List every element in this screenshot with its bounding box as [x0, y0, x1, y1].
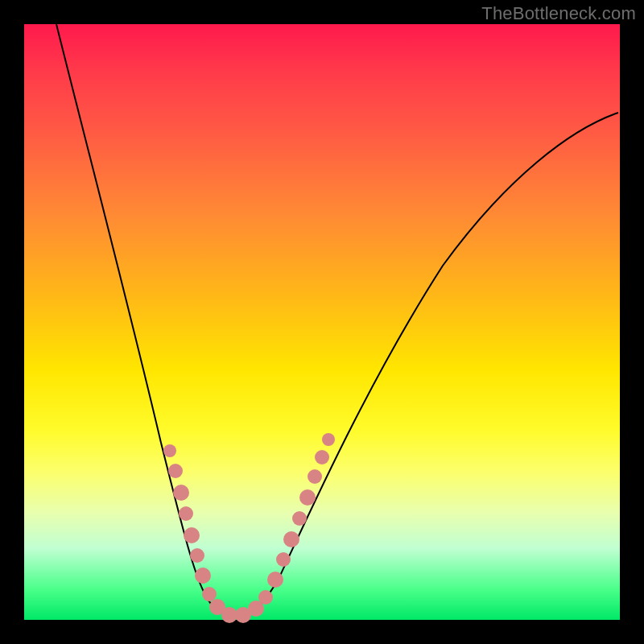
- watermark-text: TheBottleneck.com: [481, 3, 636, 24]
- data-point: [163, 444, 176, 457]
- data-point: [292, 511, 307, 526]
- data-points-group: [163, 433, 335, 623]
- data-point: [276, 552, 291, 567]
- data-point: [315, 450, 329, 464]
- chart-frame: [24, 24, 620, 620]
- data-point: [308, 469, 322, 484]
- chart-svg: [24, 24, 620, 620]
- curve-left: [56, 24, 237, 616]
- data-point: [190, 548, 204, 563]
- data-point: [299, 489, 316, 506]
- data-point: [267, 572, 283, 588]
- data-point: [202, 587, 217, 601]
- data-point: [168, 464, 183, 478]
- data-point: [173, 485, 189, 501]
- data-point: [179, 506, 193, 521]
- data-point: [195, 568, 211, 584]
- data-point: [283, 531, 299, 547]
- data-point: [258, 590, 273, 605]
- data-point: [184, 527, 200, 543]
- data-point: [322, 433, 335, 446]
